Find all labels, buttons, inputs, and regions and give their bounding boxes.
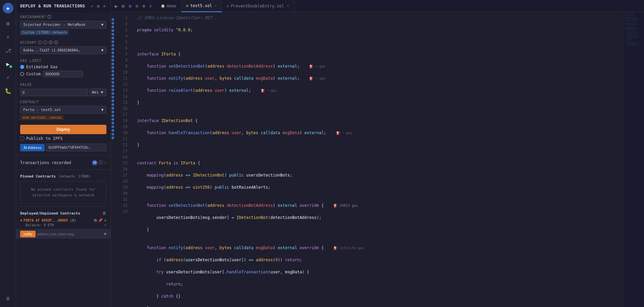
search-icon[interactable]: ⌕ (2, 31, 14, 43)
git-icon[interactable]: ⎇ (2, 44, 14, 56)
pinned-contracts-header: Pinned Contracts (network: 17000) (16, 171, 110, 180)
account-edit-icon[interactable]: ✎ (43, 40, 47, 44)
prevent-double-entry-tab-icon: ◎ (227, 4, 229, 8)
estimated-gas-label: Estimated Gas (26, 65, 58, 69)
transactions-expand-icon[interactable]: › (104, 160, 106, 165)
files-icon[interactable]: ⊞ (2, 17, 14, 30)
deploy-run-icon[interactable]: ▶ (2, 58, 14, 70)
code-minimap: // SPDX-License pragma solidity interfac… (624, 12, 644, 307)
transactions-recorded-row[interactable]: Transactions recorded 10 ⓘ › (16, 157, 110, 168)
tab-prevent-double-entry[interactable]: ◎ PreventDoubleEntry.sol × (222, 0, 294, 12)
pinned-contracts-network: (network: 17000) (58, 175, 90, 178)
contract-copy-icon[interactable]: ⧉ (94, 218, 97, 223)
publish-ipfs-label: Publish to IPFS (26, 136, 62, 141)
pinned-contracts-title: Pinned Contracts (20, 174, 56, 179)
activity-bar: ◈ ⊞ ⌕ ⎇ ▶ ⚡ 🐛 ⚙ (0, 0, 16, 307)
contract-pin-icon[interactable]: 📌 (98, 218, 103, 223)
pinned-empty-message: No pinned contracts found for selected w… (20, 181, 106, 204)
tab-test5[interactable]: ◎ test5.sol × (182, 0, 222, 12)
env-select-chevron-icon: ▼ (101, 23, 103, 27)
account-settings-icon[interactable]: ⚙ (54, 40, 58, 44)
tab-home-label: Home (167, 4, 177, 8)
code-container[interactable]: 12345 678910 1112131415 1617181920 21222… (111, 12, 644, 307)
contract-chevron-icon: ▼ (101, 108, 103, 112)
contract-section: CONTRACT Forta - test5.sol ▼ evm version… (16, 98, 110, 122)
unit-chevron-icon: ▼ (101, 90, 103, 94)
environment-section: ENVIRONMENT i Injected Provider - MetaMa… (16, 12, 110, 38)
value-row: Wei ▼ (20, 88, 106, 96)
close-panel-icon[interactable]: × (102, 3, 106, 9)
code-gutter (111, 12, 115, 307)
contract-balance-value: 0 ETH (44, 223, 54, 227)
value-unit-select[interactable]: Wei ▼ (90, 88, 106, 96)
editor-area: ▶ ⊞ ⊙ ⊖ ⊕ ⌕ 🏠 Home ◎ test5.sol × ◎ Preve… (111, 0, 644, 307)
environment-label: ENVIRONMENT i (20, 15, 106, 19)
transactions-info-icon[interactable]: ⓘ (99, 160, 103, 165)
at-address-button[interactable]: At Address (20, 144, 45, 151)
contract-balance: Balance: 0 ETH ✎ (20, 223, 106, 228)
notify-expand-icon[interactable]: ▼ (104, 232, 106, 236)
environment-info-icon[interactable]: i (47, 15, 51, 19)
notify-function-row: notify ▼ (16, 229, 110, 239)
panel-header-icons: ✓ ≡ × (90, 3, 106, 9)
plugin-icon[interactable]: ⚡ (2, 71, 14, 83)
estimated-gas-row: Estimated Gas (20, 65, 106, 69)
checkmark-icon[interactable]: ✓ (90, 3, 94, 9)
contract-item-icons: ⧉ 📌 × (94, 218, 106, 223)
debug-icon[interactable]: 🐛 (2, 85, 14, 97)
estimated-gas-radio[interactable] (20, 65, 24, 69)
value-input[interactable] (20, 89, 88, 96)
at-address-input[interactable] (46, 144, 106, 151)
tab-ctrl-toggle-icon[interactable]: ⊙ (127, 3, 133, 9)
zoom-out-icon[interactable]: ⊖ (134, 3, 139, 9)
search-code-icon[interactable]: ⌕ (148, 3, 153, 9)
publish-ipfs-checkbox[interactable] (20, 137, 24, 141)
panel-title: DEPLOY & RUN TRANSACTIONS (20, 4, 85, 8)
run-icon[interactable]: ▶ (113, 3, 119, 9)
account-chevron-icon: ▼ (101, 48, 103, 52)
settings-icon[interactable]: ⚙ (2, 292, 14, 304)
tab-ctrl-list-icon[interactable]: ⊞ (120, 3, 126, 9)
account-select[interactable]: 0x64a...71a37 (1.9868286804264... ▼ (20, 46, 106, 54)
remix-logo-icon[interactable]: ◈ (3, 3, 13, 13)
zoom-in-icon[interactable]: ⊕ (141, 3, 146, 9)
line-numbers: 12345 678910 1112131415 1617181920 21222… (115, 12, 132, 307)
contract-item-name: FORTA AT 0X93F...9D085 (8) (24, 219, 76, 222)
menu-icon[interactable]: ≡ (96, 3, 100, 9)
contract-select[interactable]: Forta - test5.sol ▼ (20, 106, 106, 114)
gas-limit-label: GAS LIMIT (20, 59, 106, 63)
account-label: ACCOUNT + ✎ ⧉ ⚙ (20, 40, 106, 44)
notify-input[interactable] (37, 232, 102, 236)
notify-button[interactable]: notify (20, 231, 36, 237)
home-tab-icon: 🏠 (161, 4, 165, 8)
tab-test5-label: test5.sol (190, 3, 212, 8)
divider-3 (16, 206, 110, 207)
value-section: VALUE Wei ▼ (16, 81, 110, 98)
contract-label: CONTRACT (20, 100, 106, 104)
code-editor[interactable]: // SPDX-License-Identifier: MIT pragma s… (132, 12, 624, 307)
deployed-contracts-title: Deployed/Unpinned Contracts (20, 211, 80, 216)
deploy-button[interactable]: Deploy (20, 125, 106, 134)
transactions-count-badge: 10 (92, 160, 97, 165)
account-add-icon[interactable]: + (38, 40, 42, 44)
divider-1 (16, 155, 110, 156)
deployed-contract-item: ▼ FORTA AT 0X93F...9D085 (8) ⧉ 📌 × Balan… (16, 217, 110, 229)
environment-select[interactable]: Injected Provider - MetaMask ▼ (20, 21, 106, 29)
custom-gas-row: Custom (20, 71, 106, 77)
tab-prevent-double-entry-close-icon[interactable]: × (287, 4, 289, 8)
tab-test5-close-icon[interactable]: × (215, 3, 217, 8)
value-label: VALUE (20, 83, 106, 86)
contract-balance-edit-icon[interactable]: ✎ (104, 223, 106, 227)
contract-remove-icon[interactable]: × (104, 218, 106, 223)
tab-home[interactable]: 🏠 Home (156, 0, 182, 12)
left-panel: DEPLOY & RUN TRANSACTIONS ✓ ≡ × ENVIRONM… (16, 0, 111, 307)
test5-tab-icon: ◎ (186, 4, 188, 7)
custom-gas-input[interactable] (43, 71, 83, 77)
account-copy-icon[interactable]: ⧉ (49, 40, 53, 44)
tab-bar: ▶ ⊞ ⊙ ⊖ ⊕ ⌕ 🏠 Home ◎ test5.sol × ◎ Preve… (111, 0, 644, 12)
deployed-contracts-trash-icon[interactable]: 🗑 (102, 211, 106, 216)
contract-expand-icon[interactable]: ▼ (20, 219, 22, 222)
network-badge: Custom (17000) network (20, 30, 68, 35)
custom-gas-radio[interactable] (20, 72, 24, 76)
minimap-content: // SPDX-License pragma solidity interfac… (624, 12, 644, 50)
